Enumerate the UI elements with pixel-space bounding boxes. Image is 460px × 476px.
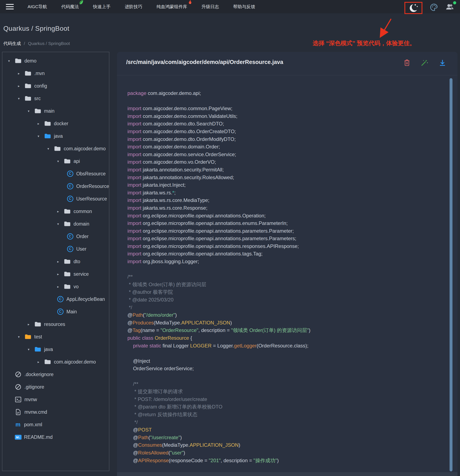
code-line: import org.eclipse.microprofile.openapi.…: [127, 227, 439, 235]
magic-wand-icon[interactable]: [421, 59, 428, 67]
leaf-badge: [78, 0, 84, 6]
tree-item-com.aigcoder.demo[interactable]: ▾com.aigcoder.demo: [2, 142, 109, 155]
tree-item-config[interactable]: ▸config: [2, 80, 109, 92]
horizontal-scrollbar-track[interactable]: [117, 472, 458, 476]
fire-icon: [188, 0, 192, 5]
tree-item-Order[interactable]: COrder: [2, 230, 109, 243]
expand-arrow-icon[interactable]: ▾: [47, 147, 54, 151]
tree-item-Main[interactable]: CMain: [2, 306, 109, 318]
expand-arrow-icon[interactable]: ▾: [18, 335, 25, 339]
code-line: import com.aigcoder.demo.service.OrderSe…: [127, 151, 439, 158]
code-line: * POST: /demo/order/user/create: [127, 396, 439, 403]
code-line: @Tag(name = "OrderResource", description…: [127, 327, 439, 334]
tree-item-java[interactable]: ▾java: [2, 343, 109, 356]
tree-item-label: com.aigcoder.demo: [64, 146, 106, 152]
fire-badge: [188, 0, 192, 6]
expand-arrow-icon[interactable]: ▸: [18, 71, 25, 76]
nav-item-2[interactable]: 快速上手: [93, 4, 110, 10]
tree-item-api[interactable]: ▾api: [2, 155, 109, 167]
menu-icon[interactable]: [6, 2, 14, 11]
tree-item-src[interactable]: ▾src: [2, 92, 109, 105]
tree-item-java[interactable]: ▾java: [2, 130, 109, 142]
theme-palette-icon[interactable]: [429, 3, 438, 12]
tree-item-resources[interactable]: ▸resources: [2, 318, 109, 331]
code-line: import jakarta.annotation.security.Roles…: [127, 174, 439, 181]
tree-item-vo[interactable]: ▸vo: [2, 280, 109, 293]
expand-arrow-icon[interactable]: ▸: [57, 210, 64, 213]
code-actions: [404, 59, 446, 67]
tree-item-demo[interactable]: ▾demo: [2, 55, 109, 67]
code-line: import com.aigcoder.demo.domain.Order;: [127, 143, 439, 151]
tree-item-pom.xml[interactable]: mpom.xml: [2, 418, 109, 431]
class-icon: C: [67, 183, 73, 189]
expand-arrow-icon[interactable]: ▾: [57, 222, 64, 226]
tree-item-label: User: [76, 246, 86, 252]
delete-icon[interactable]: [404, 59, 410, 66]
code-editor: package com.aigcoder.demo.api; import co…: [127, 89, 439, 464]
nav-item-4[interactable]: 纯血鸿蒙组件库: [157, 4, 187, 10]
annotation-arrow-icon: [374, 17, 395, 39]
expand-arrow-icon[interactable]: ▾: [8, 59, 15, 63]
expand-arrow-icon[interactable]: ▸: [18, 84, 25, 88]
nav-item-5[interactable]: 升级日志: [201, 4, 219, 10]
expand-arrow-icon[interactable]: ▸: [38, 360, 44, 364]
dark-mode-moon-icon[interactable]: [408, 3, 418, 13]
class-icon: C: [57, 296, 64, 302]
tree-item-main[interactable]: ▾main: [2, 105, 109, 117]
class-icon: C: [67, 246, 73, 252]
nav-item-3[interactable]: 进阶技巧: [125, 4, 142, 10]
code-line: @Path("/demo/order"): [127, 311, 439, 319]
vertical-scrollbar[interactable]: [450, 78, 452, 471]
expand-arrow-icon[interactable]: ▾: [28, 348, 34, 351]
tree-item-.mvn[interactable]: ▸.mvn: [2, 67, 109, 80]
breadcrumb-root[interactable]: 代码生成: [3, 41, 21, 46]
expand-arrow-icon[interactable]: ▸: [57, 272, 64, 276]
tree-item-OrderResource[interactable]: COrderResource: [2, 180, 109, 193]
breadcrumb-separator: /: [24, 41, 25, 46]
folder-icon: [34, 322, 41, 327]
tree-item-.dockerignore[interactable]: .dockerignore: [2, 368, 109, 381]
user-group-icon[interactable]: [445, 3, 455, 11]
expand-arrow-icon[interactable]: ▾: [57, 159, 64, 163]
code-line: /**: [127, 273, 439, 281]
nav-right-icons: [404, 0, 455, 15]
expand-arrow-icon[interactable]: ▸: [57, 260, 64, 264]
tree-item-README.md[interactable]: M↓README.md: [2, 431, 109, 443]
tree-item-mvnw.cmd[interactable]: mvnw.cmd: [2, 406, 109, 418]
code-line: @Inject: [127, 357, 439, 365]
code-line: [127, 349, 439, 357]
nav-item-6[interactable]: 帮助与反馈: [233, 4, 255, 10]
expand-arrow-icon[interactable]: ▾: [18, 97, 25, 101]
tree-item-.gitignore[interactable]: .gitignore: [2, 381, 109, 393]
tree-item-com.aigcoder.demo[interactable]: ▸com.aigcoder.demo: [2, 356, 109, 368]
folder-icon: [64, 158, 71, 164]
code-line: */: [127, 304, 439, 312]
maven-icon: m: [15, 421, 21, 428]
tree-item-service[interactable]: ▸service: [2, 268, 109, 280]
expand-arrow-icon[interactable]: ▾: [38, 134, 44, 138]
folder-icon: [34, 347, 41, 352]
expand-arrow-icon[interactable]: ▸: [28, 322, 34, 326]
tree-item-UserResource[interactable]: CUserResource: [2, 193, 109, 205]
tree-item-ObsResource[interactable]: CObsResource: [2, 167, 109, 180]
tree-item-docker[interactable]: ▸docker: [2, 117, 109, 130]
expand-arrow-icon[interactable]: ▾: [28, 109, 34, 113]
expand-arrow-icon[interactable]: ▸: [38, 122, 44, 126]
code-line: /**: [127, 380, 439, 388]
nav-item-1[interactable]: 代码魔法: [61, 4, 79, 10]
tree-item-test[interactable]: ▾test: [2, 331, 109, 343]
code-line: import jakarta.ws.rs.core.Response;: [127, 204, 439, 212]
tree-item-dto[interactable]: ▸dto: [2, 255, 109, 268]
code-line: import com.aigcoder.demo.common.PageView…: [127, 105, 439, 112]
tree-item-domain[interactable]: ▾domain: [2, 218, 109, 230]
nav-item-0[interactable]: AIGC导航: [28, 4, 47, 10]
tree-item-label: dto: [74, 259, 80, 264]
tree-item-mvnw[interactable]: mvnw: [2, 393, 109, 406]
tree-item-label: service: [74, 271, 89, 277]
tree-item-label: java: [54, 133, 63, 139]
tree-item-User[interactable]: CUser: [2, 243, 109, 255]
download-icon[interactable]: [439, 59, 446, 67]
tree-item-common[interactable]: ▸common: [2, 205, 109, 218]
tree-item-AppLifecycleBean[interactable]: CAppLifecycleBean: [2, 293, 109, 306]
expand-arrow-icon[interactable]: ▸: [57, 285, 64, 289]
